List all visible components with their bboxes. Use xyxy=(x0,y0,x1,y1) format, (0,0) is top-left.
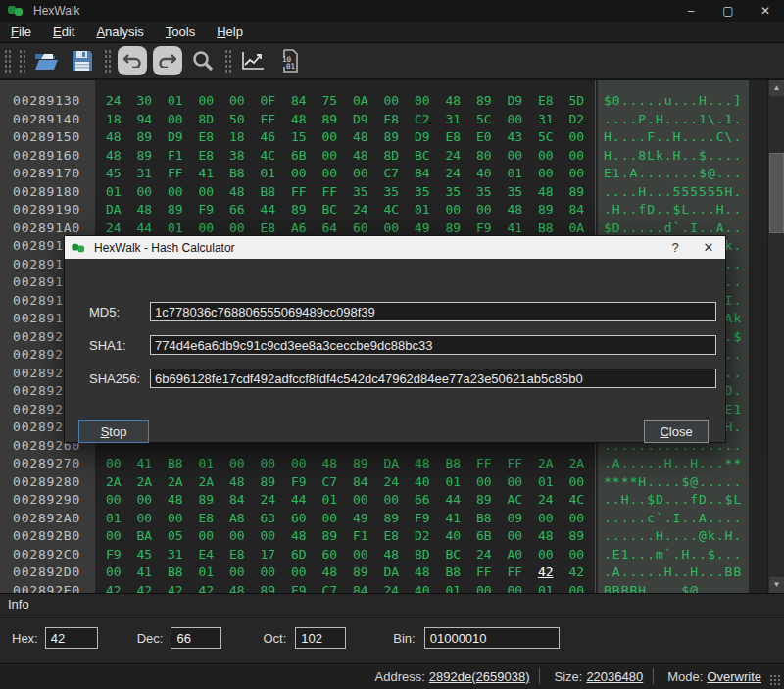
hex-byte[interactable]: 38 xyxy=(221,147,253,166)
hex-byte[interactable]: FF xyxy=(468,564,500,582)
hex-byte[interactable]: 35 xyxy=(345,183,376,202)
sha256-value-field[interactable] xyxy=(150,369,716,388)
hex-byte[interactable]: 35 xyxy=(500,183,531,202)
hex-byte[interactable]: 35 xyxy=(468,183,500,202)
hex-byte[interactable]: BC xyxy=(407,147,438,166)
hex-byte[interactable]: F9 xyxy=(191,201,222,220)
hex-byte[interactable]: 00 xyxy=(345,165,376,183)
hex-byte[interactable]: 89 xyxy=(253,473,284,492)
hex-byte[interactable]: 18 xyxy=(221,128,253,147)
dialog-help-button[interactable]: ? xyxy=(659,236,692,259)
hex-byte[interactable]: 00 xyxy=(500,527,531,546)
hex-byte[interactable]: 45 xyxy=(98,165,129,183)
hex-byte[interactable]: 8D xyxy=(191,111,222,129)
hex-byte[interactable]: 48 xyxy=(407,455,438,473)
hex-byte[interactable]: 00 xyxy=(468,201,500,220)
hex-byte[interactable]: 41 xyxy=(191,165,222,183)
hex-byte[interactable]: 46 xyxy=(253,128,284,147)
hex-byte[interactable]: 01 xyxy=(98,510,129,528)
hex-value-field[interactable] xyxy=(45,627,98,649)
hex-byte[interactable]: 66 xyxy=(221,201,253,220)
hex-byte[interactable]: 4C xyxy=(253,147,284,166)
hex-byte[interactable]: 44 xyxy=(253,201,284,220)
hex-byte[interactable]: E4 xyxy=(191,546,222,565)
menu-tools[interactable]: Tools xyxy=(155,23,206,41)
hex-byte[interactable]: 35 xyxy=(438,183,469,202)
hex-byte[interactable]: 42 xyxy=(98,582,129,594)
hex-byte[interactable]: FF xyxy=(500,564,531,582)
hex-byte[interactable]: 00 xyxy=(562,147,593,166)
hex-byte[interactable]: 00 xyxy=(562,165,593,183)
hex-byte[interactable]: 84 xyxy=(345,582,376,594)
undo-button[interactable] xyxy=(118,46,147,75)
hex-byte[interactable]: 00 xyxy=(562,582,593,594)
hex-byte[interactable]: 50 xyxy=(221,111,253,129)
hex-byte[interactable]: 60 xyxy=(315,546,346,565)
hex-byte[interactable]: 42 xyxy=(530,564,562,582)
hex-byte[interactable]: 00 xyxy=(191,183,222,202)
hex-byte[interactable]: 24 xyxy=(438,147,469,166)
hex-byte[interactable]: 35 xyxy=(376,183,408,202)
hex-byte[interactable]: BA xyxy=(129,527,161,546)
binary-analysis-button[interactable]: 10 01 xyxy=(273,46,303,75)
hex-byte[interactable]: 44 xyxy=(438,491,469,510)
hex-byte[interactable]: 48 xyxy=(98,128,129,147)
hex-byte[interactable]: 24 xyxy=(468,546,500,565)
hex-byte[interactable]: F9 xyxy=(98,546,129,565)
chart-button[interactable] xyxy=(238,46,268,75)
hex-byte[interactable]: 24 xyxy=(98,92,129,111)
hex-byte[interactable]: 6D xyxy=(283,546,315,565)
hex-byte[interactable]: F9 xyxy=(283,582,315,594)
hex-byte[interactable]: 80 xyxy=(468,147,500,166)
hex-byte[interactable]: D2 xyxy=(407,527,438,546)
hex-byte[interactable]: 00 xyxy=(315,165,346,183)
hex-byte[interactable]: 00 xyxy=(407,92,438,111)
hex-byte[interactable]: FF xyxy=(283,183,315,202)
hex-byte[interactable]: 31 xyxy=(530,111,562,129)
hex-byte[interactable]: 66 xyxy=(407,491,438,510)
hex-byte[interactable]: B8 xyxy=(438,564,469,582)
hex-byte[interactable]: 01 xyxy=(500,165,531,183)
hex-byte[interactable]: 44 xyxy=(283,491,315,510)
hex-byte[interactable]: 00 xyxy=(191,92,222,111)
hex-byte[interactable]: D2 xyxy=(562,111,593,129)
hex-byte[interactable]: AC xyxy=(500,491,531,510)
hex-byte[interactable]: 42 xyxy=(129,582,161,594)
hex-byte[interactable]: C2 xyxy=(407,111,438,129)
ascii-text[interactable]: .E1...m`.H..$... xyxy=(598,546,749,565)
hex-byte[interactable]: 48 xyxy=(315,564,346,582)
maximize-button[interactable]: ▢ xyxy=(710,0,747,22)
hex-byte[interactable]: 48 xyxy=(530,527,562,546)
hex-byte[interactable]: D9 xyxy=(500,92,531,111)
minimize-button[interactable]: – xyxy=(672,0,710,22)
menu-edit[interactable]: Edit xyxy=(42,23,85,41)
hex-byte[interactable]: E0 xyxy=(468,128,500,147)
hex-byte[interactable]: 84 xyxy=(407,165,438,183)
hex-byte[interactable]: F9 xyxy=(283,473,315,492)
hex-byte[interactable]: 24 xyxy=(345,201,376,220)
hex-byte[interactable]: DA xyxy=(376,564,408,582)
open-file-button[interactable] xyxy=(32,46,62,75)
hex-byte[interactable]: 48 xyxy=(438,92,469,111)
hex-byte[interactable]: 00 xyxy=(283,564,315,582)
ascii-text[interactable]: H....F..H....C\. xyxy=(598,128,749,147)
ascii-text[interactable]: BBBBH....$@..... xyxy=(598,582,749,594)
hex-byte[interactable]: 48 xyxy=(221,183,253,202)
hex-byte[interactable]: 48 xyxy=(221,582,253,594)
scroll-down-button[interactable]: ▼ xyxy=(769,577,784,593)
hex-byte[interactable]: A0 xyxy=(500,546,531,565)
hex-byte[interactable]: 42 xyxy=(191,582,222,594)
hex-byte[interactable]: BC xyxy=(438,546,469,565)
hex-byte[interactable]: 00 xyxy=(500,111,531,129)
hex-byte[interactable]: E8 xyxy=(221,546,253,565)
ascii-text[interactable]: .....c`.I..A.... xyxy=(598,510,749,528)
mode-value[interactable]: Overwrite xyxy=(707,669,761,684)
hex-byte[interactable]: 15 xyxy=(283,128,315,147)
hex-byte[interactable]: 00 xyxy=(530,546,562,565)
hex-byte[interactable]: 31 xyxy=(129,165,161,183)
hex-byte[interactable]: 17 xyxy=(253,546,284,565)
search-button[interactable] xyxy=(188,46,218,75)
hex-byte[interactable]: E8 xyxy=(530,92,562,111)
hex-byte[interactable]: 00 xyxy=(160,183,191,202)
hex-byte[interactable]: F1 xyxy=(160,147,191,166)
